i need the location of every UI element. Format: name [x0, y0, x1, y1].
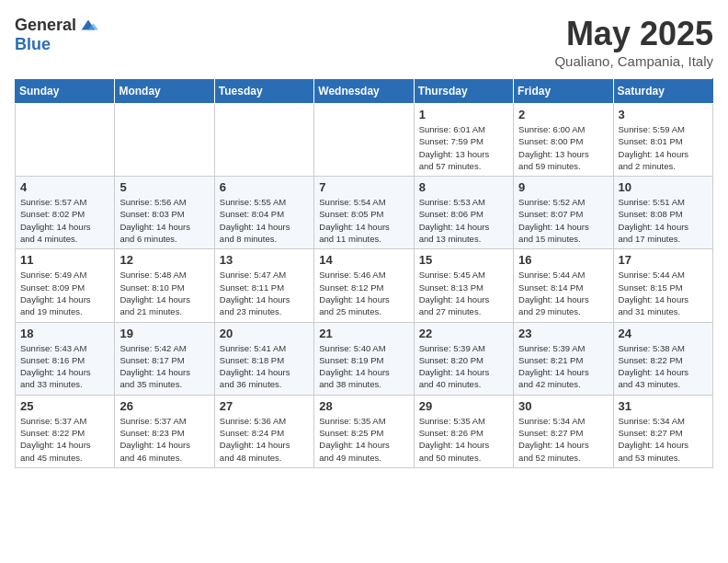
day-info: Sunrise: 5:42 AM Sunset: 8:17 PM Dayligh… [119, 342, 209, 391]
location: Qualiano, Campania, Italy [554, 53, 713, 69]
day-cell: 3Sunrise: 5:59 AM Sunset: 8:01 PM Daylig… [613, 104, 712, 177]
week-row-1: 1Sunrise: 6:01 AM Sunset: 7:59 PM Daylig… [16, 104, 713, 177]
day-cell: 27Sunrise: 5:36 AM Sunset: 8:24 PM Dayli… [214, 395, 313, 467]
day-cell: 26Sunrise: 5:37 AM Sunset: 8:23 PM Dayli… [115, 395, 214, 467]
day-of-week-saturday: Saturday [613, 79, 712, 104]
day-number: 20 [220, 327, 309, 340]
day-info: Sunrise: 5:39 AM Sunset: 8:21 PM Dayligh… [518, 342, 608, 391]
day-number: 4 [20, 180, 109, 194]
day-number: 14 [319, 253, 408, 267]
day-cell: 14Sunrise: 5:46 AM Sunset: 8:12 PM Dayli… [314, 249, 414, 322]
day-info: Sunrise: 5:49 AM Sunset: 8:09 PM Dayligh… [20, 269, 109, 317]
day-cell [115, 104, 214, 177]
day-info: Sunrise: 5:41 AM Sunset: 8:18 PM Dayligh… [220, 342, 309, 391]
day-info: Sunrise: 5:35 AM Sunset: 8:25 PM Dayligh… [319, 415, 408, 464]
day-info: Sunrise: 5:38 AM Sunset: 8:22 PM Dayligh… [619, 342, 708, 391]
week-row-5: 25Sunrise: 5:37 AM Sunset: 8:22 PM Dayli… [16, 395, 713, 467]
day-info: Sunrise: 6:00 AM Sunset: 8:00 PM Dayligh… [518, 123, 608, 172]
day-number: 22 [419, 327, 508, 340]
day-cell: 11Sunrise: 5:49 AM Sunset: 8:09 PM Dayli… [16, 249, 115, 322]
day-number: 17 [619, 253, 708, 267]
day-info: Sunrise: 5:37 AM Sunset: 8:23 PM Dayligh… [119, 415, 209, 464]
day-number: 28 [319, 399, 408, 413]
day-number: 8 [419, 180, 508, 194]
day-cell: 23Sunrise: 5:39 AM Sunset: 8:21 PM Dayli… [514, 322, 613, 395]
day-number: 6 [220, 180, 309, 194]
day-cell: 6Sunrise: 5:55 AM Sunset: 8:04 PM Daylig… [214, 177, 313, 249]
day-info: Sunrise: 5:34 AM Sunset: 8:27 PM Dayligh… [619, 415, 708, 464]
day-cell: 31Sunrise: 5:34 AM Sunset: 8:27 PM Dayli… [613, 395, 712, 467]
logo-icon [78, 15, 98, 35]
day-cell: 8Sunrise: 5:53 AM Sunset: 8:06 PM Daylig… [414, 177, 513, 249]
day-info: Sunrise: 5:45 AM Sunset: 8:13 PM Dayligh… [419, 269, 508, 317]
day-cell: 7Sunrise: 5:54 AM Sunset: 8:05 PM Daylig… [314, 177, 414, 249]
day-number: 9 [518, 180, 608, 194]
month-title: May 2025 [554, 15, 713, 53]
day-cell: 5Sunrise: 5:56 AM Sunset: 8:03 PM Daylig… [115, 177, 214, 249]
day-cell: 15Sunrise: 5:45 AM Sunset: 8:13 PM Dayli… [414, 249, 513, 322]
day-number: 25 [20, 399, 109, 413]
day-cell: 29Sunrise: 5:35 AM Sunset: 8:26 PM Dayli… [414, 395, 513, 467]
day-info: Sunrise: 5:56 AM Sunset: 8:03 PM Dayligh… [119, 196, 209, 245]
day-cell: 2Sunrise: 6:00 AM Sunset: 8:00 PM Daylig… [514, 104, 613, 177]
day-number: 2 [518, 108, 608, 121]
logo: General Blue [15, 15, 98, 54]
day-cell: 9Sunrise: 5:52 AM Sunset: 8:07 PM Daylig… [514, 177, 613, 249]
day-info: Sunrise: 5:40 AM Sunset: 8:19 PM Dayligh… [319, 342, 408, 391]
day-cell: 19Sunrise: 5:42 AM Sunset: 8:17 PM Dayli… [115, 322, 214, 395]
calendar-header: SundayMondayTuesdayWednesdayThursdayFrid… [16, 79, 713, 104]
logo-general-text: General [15, 16, 76, 35]
day-cell [214, 104, 313, 177]
day-number: 23 [518, 327, 608, 340]
page-header: General Blue May 2025 Qualiano, Campania… [15, 15, 713, 69]
day-info: Sunrise: 5:34 AM Sunset: 8:27 PM Dayligh… [518, 415, 608, 464]
day-number: 16 [518, 253, 608, 267]
day-info: Sunrise: 5:57 AM Sunset: 8:02 PM Dayligh… [20, 196, 109, 245]
logo-blue-text: Blue [15, 35, 51, 54]
day-info: Sunrise: 5:35 AM Sunset: 8:26 PM Dayligh… [419, 415, 508, 464]
days-of-week-row: SundayMondayTuesdayWednesdayThursdayFrid… [16, 79, 713, 104]
day-cell: 1Sunrise: 6:01 AM Sunset: 7:59 PM Daylig… [414, 104, 513, 177]
day-number: 29 [419, 399, 508, 413]
day-cell: 24Sunrise: 5:38 AM Sunset: 8:22 PM Dayli… [613, 322, 712, 395]
day-info: Sunrise: 5:48 AM Sunset: 8:10 PM Dayligh… [119, 269, 209, 317]
day-info: Sunrise: 5:44 AM Sunset: 8:15 PM Dayligh… [619, 269, 708, 317]
day-info: Sunrise: 5:47 AM Sunset: 8:11 PM Dayligh… [220, 269, 309, 317]
day-info: Sunrise: 5:36 AM Sunset: 8:24 PM Dayligh… [220, 415, 309, 464]
day-info: Sunrise: 5:44 AM Sunset: 8:14 PM Dayligh… [518, 269, 608, 317]
day-cell: 4Sunrise: 5:57 AM Sunset: 8:02 PM Daylig… [16, 177, 115, 249]
day-number: 5 [119, 180, 209, 194]
day-cell [314, 104, 414, 177]
day-of-week-monday: Monday [115, 79, 214, 104]
day-number: 24 [619, 327, 708, 340]
day-info: Sunrise: 5:55 AM Sunset: 8:04 PM Dayligh… [220, 196, 309, 245]
day-of-week-wednesday: Wednesday [314, 79, 414, 104]
day-number: 21 [319, 327, 408, 340]
calendar-table: SundayMondayTuesdayWednesdayThursdayFrid… [15, 78, 713, 468]
day-number: 26 [119, 399, 209, 413]
calendar-body: 1Sunrise: 6:01 AM Sunset: 7:59 PM Daylig… [16, 104, 713, 468]
day-cell: 30Sunrise: 5:34 AM Sunset: 8:27 PM Dayli… [514, 395, 613, 467]
day-cell: 21Sunrise: 5:40 AM Sunset: 8:19 PM Dayli… [314, 322, 414, 395]
day-info: Sunrise: 5:39 AM Sunset: 8:20 PM Dayligh… [419, 342, 508, 391]
day-number: 11 [20, 253, 109, 267]
day-info: Sunrise: 5:59 AM Sunset: 8:01 PM Dayligh… [619, 123, 708, 172]
day-info: Sunrise: 5:37 AM Sunset: 8:22 PM Dayligh… [20, 415, 109, 464]
day-cell: 22Sunrise: 5:39 AM Sunset: 8:20 PM Dayli… [414, 322, 513, 395]
day-number: 27 [220, 399, 309, 413]
week-row-2: 4Sunrise: 5:57 AM Sunset: 8:02 PM Daylig… [16, 177, 713, 249]
day-cell: 16Sunrise: 5:44 AM Sunset: 8:14 PM Dayli… [514, 249, 613, 322]
day-info: Sunrise: 5:53 AM Sunset: 8:06 PM Dayligh… [419, 196, 508, 245]
day-cell: 13Sunrise: 5:47 AM Sunset: 8:11 PM Dayli… [214, 249, 313, 322]
day-cell: 10Sunrise: 5:51 AM Sunset: 8:08 PM Dayli… [613, 177, 712, 249]
title-section: May 2025 Qualiano, Campania, Italy [554, 15, 713, 69]
day-of-week-thursday: Thursday [414, 79, 513, 104]
day-info: Sunrise: 6:01 AM Sunset: 7:59 PM Dayligh… [419, 123, 508, 172]
day-cell: 18Sunrise: 5:43 AM Sunset: 8:16 PM Dayli… [16, 322, 115, 395]
day-cell: 28Sunrise: 5:35 AM Sunset: 8:25 PM Dayli… [314, 395, 414, 467]
day-cell: 17Sunrise: 5:44 AM Sunset: 8:15 PM Dayli… [613, 249, 712, 322]
day-number: 15 [419, 253, 508, 267]
day-cell: 20Sunrise: 5:41 AM Sunset: 8:18 PM Dayli… [214, 322, 313, 395]
day-info: Sunrise: 5:54 AM Sunset: 8:05 PM Dayligh… [319, 196, 408, 245]
day-info: Sunrise: 5:52 AM Sunset: 8:07 PM Dayligh… [518, 196, 608, 245]
